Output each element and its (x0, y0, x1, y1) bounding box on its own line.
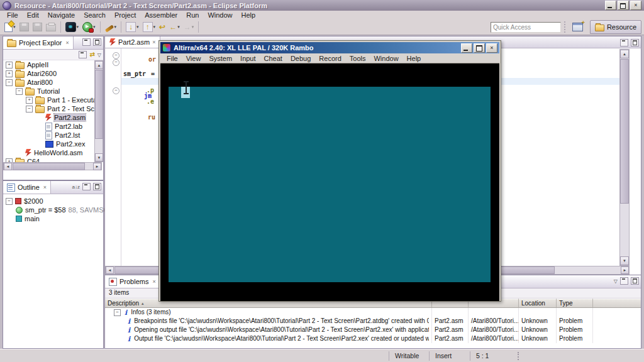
close-tab-icon[interactable]: × (43, 184, 47, 190)
menu-search[interactable]: Search (80, 11, 109, 19)
external-tools-button[interactable]: ▾ (103, 23, 119, 32)
fold-marker-icon[interactable]: − (113, 52, 119, 59)
problems-group-row[interactable]: − i Infos (3 items) (105, 308, 641, 317)
last-edit-location-button[interactable]: ↩ (157, 21, 167, 33)
altirra-close-button[interactable]: × (486, 43, 497, 53)
menu-run[interactable]: Run (182, 11, 203, 19)
maximize-view-button[interactable] (93, 38, 101, 46)
resource-perspective-button[interactable]: Resource (590, 20, 641, 34)
collapse-all-button[interactable] (79, 51, 87, 58)
restore-button[interactable] (618, 1, 629, 10)
forward-button[interactable]: → ▾ (182, 21, 196, 33)
column-location[interactable]: Location (519, 299, 557, 307)
outline-tab[interactable]: Outline × (3, 181, 51, 194)
altirra-titlebar[interactable]: Altirra/x64 2.40: XL LLE PAL / 320K Ramb… (160, 42, 499, 53)
expand-toggle[interactable]: − (26, 106, 33, 112)
previous-annotation-button[interactable]: ↑ ▾ (141, 20, 158, 34)
altirra-menu-tools[interactable]: Tools (346, 55, 370, 62)
expand-toggle[interactable]: + (26, 97, 33, 104)
menu-navigate[interactable]: Navigate (44, 11, 79, 19)
altirra-menu-view[interactable]: View (182, 55, 205, 62)
altirra-menu-file[interactable]: File (163, 55, 182, 62)
expand-toggle[interactable]: + (6, 70, 13, 77)
save-button[interactable] (18, 21, 31, 33)
expand-toggle[interactable]: − (6, 198, 13, 205)
scrollbar-thumb[interactable] (13, 163, 85, 170)
altirra-minimize-button[interactable] (461, 43, 472, 53)
scrollbar-thumb[interactable] (620, 59, 629, 204)
fold-marker-icon[interactable]: − (113, 59, 119, 66)
minimize-view-button[interactable] (82, 183, 91, 190)
scroll-right-button[interactable]: ► (621, 266, 629, 274)
menu-help[interactable]: Help (238, 11, 260, 19)
maximize-view-button[interactable] (631, 277, 639, 285)
run-button[interactable]: ▾ (80, 20, 97, 34)
minimize-button[interactable] (605, 1, 616, 10)
altirra-maximize-button[interactable] (474, 43, 485, 53)
close-tab-icon[interactable]: × (65, 40, 69, 46)
quick-access-input[interactable] (491, 22, 561, 33)
problems-tab[interactable]: Problems × (105, 275, 160, 288)
problems-row-3[interactable]: i Output file 'C:\jac\wudsn\Workspace\At… (105, 334, 641, 343)
print-button[interactable] (44, 21, 58, 33)
sort-az-button[interactable]: a↓z (72, 184, 80, 190)
column-type[interactable]: Type (557, 299, 593, 307)
scroll-left-button[interactable]: ◄ (106, 266, 114, 274)
scroll-down-button[interactable]: ▼ (95, 153, 103, 162)
menu-window[interactable]: Window (204, 11, 236, 19)
save-all-button[interactable] (31, 21, 44, 33)
menu-file[interactable]: File (3, 11, 22, 19)
view-menu-button[interactable]: ▽ (97, 52, 101, 58)
tree-item-appleii[interactable]: + AppleII (3, 60, 103, 69)
horizontal-scrollbar[interactable]: ◄ ► (3, 162, 102, 170)
minimize-view-button[interactable] (620, 277, 628, 285)
tree-item-tutorial[interactable]: − Tutorial (3, 87, 103, 96)
tree-item-part2-lst[interactable]: Part2.lst (3, 131, 103, 140)
altirra-menu-record[interactable]: Record (315, 55, 345, 62)
expand-toggle[interactable]: − (114, 309, 121, 316)
altirra-display[interactable] (160, 63, 499, 301)
maximize-view-button[interactable] (93, 183, 101, 190)
view-menu-button[interactable]: ▽ (614, 278, 618, 284)
maximize-editor-button[interactable] (631, 39, 639, 47)
altirra-menu-debug[interactable]: Debug (287, 55, 314, 62)
outline-item-2000[interactable]: − $2000 (3, 197, 103, 206)
link-with-editor-button[interactable]: ⇄ (89, 51, 94, 58)
editor-vertical-scrollbar[interactable]: ▲ ▼ (619, 49, 630, 266)
close-tab-icon[interactable]: × (152, 39, 155, 45)
tree-item-helloworld-asm[interactable]: HelloWorld.asm (3, 148, 103, 157)
tree-item-part2-asm[interactable]: Part2.asm (3, 113, 103, 122)
open-perspective-button[interactable] (570, 21, 585, 33)
outline-item-main[interactable]: main (3, 214, 103, 223)
scroll-up-button[interactable]: ▲ (95, 61, 103, 69)
menu-assembler[interactable]: Assembler (141, 11, 181, 19)
scrollbar-thumb[interactable] (95, 70, 103, 139)
tree-item-part2[interactable]: − Part 2 - Text Screen (3, 104, 103, 113)
menu-edit[interactable]: Edit (23, 11, 43, 19)
fold-marker-icon[interactable]: − (113, 87, 119, 94)
altirra-menu-system[interactable]: System (205, 55, 236, 62)
tree-item-part2-xex[interactable]: Part2.xex (3, 140, 103, 148)
menu-project[interactable]: Project (111, 11, 140, 19)
scroll-up-button[interactable]: ▲ (620, 50, 629, 58)
expand-toggle[interactable]: − (6, 79, 13, 86)
close-tab-icon[interactable]: × (152, 278, 155, 285)
tree-item-atari800[interactable]: − Atari800 (3, 78, 103, 87)
minimize-view-button[interactable] (82, 38, 91, 46)
minimize-editor-button[interactable] (620, 39, 628, 47)
scroll-right-button[interactable]: ► (93, 163, 101, 170)
altirra-menu-help[interactable]: Help (403, 55, 425, 62)
expand-toggle[interactable]: + (6, 62, 13, 69)
altirra-menu-input[interactable]: Input (236, 55, 259, 62)
tree-item-part1[interactable]: + Part 1 - Executables (3, 96, 103, 104)
next-annotation-button[interactable]: ↓ ▾ (124, 20, 141, 34)
scroll-down-button[interactable]: ▼ (620, 256, 629, 265)
problems-row-1[interactable]: i Breakpoints file 'C:\jac\wudsn\Workspa… (105, 317, 641, 326)
wudsn-run-button[interactable]: ▾ (64, 20, 81, 34)
new-wizard-button[interactable]: ▾ (3, 21, 18, 34)
outline-item-sm-ptr[interactable]: sm_ptr = $58 88, SAVMSC (3, 206, 103, 214)
editor-tab-part2-asm[interactable]: Part2.asm × (105, 36, 160, 48)
altirra-menu-cheat[interactable]: Cheat (260, 55, 286, 62)
tree-item-part2-lab[interactable]: Part2.lab (3, 122, 103, 131)
problems-row-2[interactable]: i Opening output file 'C:\jac\wudsn\Work… (105, 326, 641, 334)
